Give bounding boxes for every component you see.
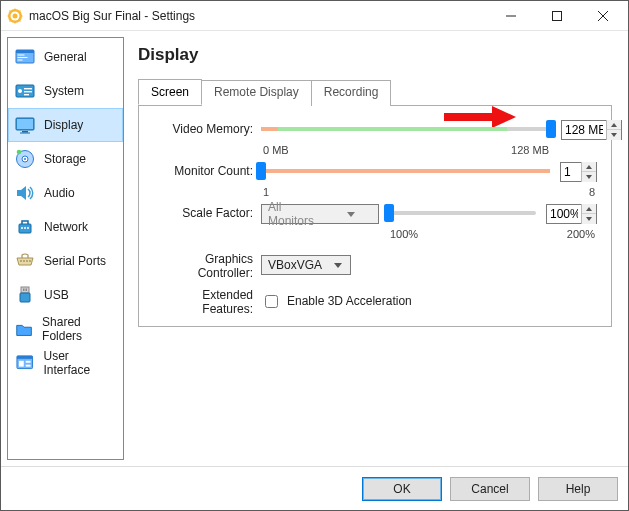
chevron-down-icon	[325, 212, 376, 217]
sidebar-item-usb[interactable]: USB	[8, 278, 123, 312]
sidebar-item-label: Display	[44, 118, 83, 132]
close-button[interactable]	[580, 2, 626, 30]
maximize-button[interactable]	[534, 2, 580, 30]
titlebar: macOS Big Sur Final - Settings	[1, 1, 628, 31]
sidebar-item-serial-ports[interactable]: Serial Ports	[8, 244, 123, 278]
dialog-footer: OK Cancel Help	[1, 466, 628, 510]
svg-rect-18	[18, 57, 28, 58]
svg-rect-26	[17, 119, 33, 129]
app-icon	[7, 8, 23, 24]
sidebar-item-shared-folders[interactable]: Shared Folders	[8, 312, 123, 346]
svg-point-37	[20, 260, 22, 262]
sidebar-item-network[interactable]: Network	[8, 210, 123, 244]
svg-rect-44	[26, 289, 28, 292]
network-icon	[14, 216, 36, 238]
svg-rect-42	[20, 293, 30, 302]
tab-panel-screen: Video Memory:	[138, 105, 612, 327]
sidebar-item-label: Shared Folders	[42, 315, 117, 343]
sidebar-item-audio[interactable]: Audio	[8, 176, 123, 210]
display-icon	[14, 114, 36, 136]
svg-rect-23	[24, 91, 32, 92]
tab-remote-display[interactable]: Remote Display	[201, 80, 312, 106]
svg-rect-24	[24, 94, 29, 95]
graphics-controller-combo[interactable]: VBoxVGA	[261, 255, 351, 275]
scale-factor-min: 100%	[390, 228, 418, 240]
tabs: Screen Remote Display Recording	[138, 79, 612, 105]
svg-point-31	[24, 158, 26, 160]
svg-point-32	[17, 150, 22, 155]
sidebar-item-display[interactable]: Display	[8, 108, 123, 142]
svg-rect-28	[20, 133, 30, 134]
general-icon	[14, 46, 36, 68]
svg-rect-22	[24, 88, 32, 89]
video-memory-max: 128 MB	[511, 144, 549, 156]
monitor-count-value[interactable]	[561, 163, 581, 181]
window-title: macOS Big Sur Final - Settings	[29, 9, 488, 23]
sidebar-item-label: Storage	[44, 152, 86, 166]
spin-down-icon[interactable]	[607, 130, 621, 140]
video-memory-value[interactable]	[562, 121, 606, 139]
svg-point-34	[21, 227, 23, 229]
sidebar-item-label: Audio	[44, 186, 75, 200]
sidebar-item-storage[interactable]: Storage	[8, 142, 123, 176]
video-memory-slider[interactable]	[261, 121, 551, 139]
spin-up-icon[interactable]	[582, 162, 596, 172]
sidebar-item-system[interactable]: System	[8, 74, 123, 108]
main-panel: Display Screen Remote Display Recording …	[124, 37, 622, 460]
svg-point-21	[18, 89, 22, 93]
scale-factor-combo-text: All Monitors	[268, 200, 319, 228]
ok-button[interactable]: OK	[362, 477, 442, 501]
scale-factor-monitor-combo[interactable]: All Monitors	[261, 204, 379, 224]
storage-icon	[14, 148, 36, 170]
video-memory-spinner[interactable]	[561, 120, 622, 140]
settings-sidebar: General System Display Storage Audio Net…	[7, 37, 124, 460]
scale-factor-value[interactable]	[547, 205, 581, 223]
svg-rect-17	[18, 55, 25, 56]
svg-rect-47	[19, 361, 24, 367]
svg-rect-27	[22, 131, 28, 133]
graphics-controller-label: Graphics Controller:	[153, 250, 261, 280]
scale-factor-label: Scale Factor:	[153, 204, 261, 220]
scale-factor-slider[interactable]	[389, 205, 536, 223]
svg-point-40	[29, 260, 31, 262]
serial-ports-icon	[14, 250, 36, 272]
sidebar-item-label: Network	[44, 220, 88, 234]
monitor-count-slider[interactable]	[261, 163, 550, 181]
spin-down-icon[interactable]	[582, 172, 596, 182]
svg-point-38	[23, 260, 25, 262]
tab-screen[interactable]: Screen	[138, 79, 202, 105]
sidebar-item-label: Serial Ports	[44, 254, 106, 268]
enable-3d-checkbox-input[interactable]	[265, 295, 278, 308]
sidebar-item-user-interface[interactable]: User Interface	[8, 346, 123, 380]
graphics-controller-text: VBoxVGA	[268, 258, 322, 272]
enable-3d-acceleration-checkbox[interactable]: Enable 3D Acceleration	[261, 292, 597, 311]
svg-rect-48	[26, 361, 31, 363]
monitor-count-spinner[interactable]	[560, 162, 597, 182]
shared-folders-icon	[14, 318, 34, 340]
scale-factor-max: 200%	[567, 228, 595, 240]
svg-point-35	[24, 227, 26, 229]
sidebar-item-general[interactable]: General	[8, 40, 123, 74]
svg-rect-12	[553, 11, 562, 20]
svg-point-36	[27, 227, 29, 229]
help-button[interactable]: Help	[538, 477, 618, 501]
spin-up-icon[interactable]	[582, 204, 596, 214]
user-interface-icon	[14, 352, 35, 374]
tab-recording[interactable]: Recording	[311, 80, 392, 106]
minimize-button[interactable]	[488, 2, 534, 30]
sidebar-item-label: User Interface	[43, 349, 117, 377]
video-memory-min: 0 MB	[263, 144, 289, 156]
scale-factor-spinner[interactable]	[546, 204, 597, 224]
video-memory-label: Video Memory:	[153, 120, 261, 136]
spin-up-icon[interactable]	[607, 120, 621, 130]
spin-down-icon[interactable]	[582, 214, 596, 224]
sidebar-item-label: General	[44, 50, 87, 64]
extended-features-label: Extended Features:	[153, 286, 261, 316]
monitor-count-label: Monitor Count:	[153, 162, 261, 178]
svg-point-2	[13, 13, 18, 18]
svg-rect-49	[26, 365, 31, 367]
svg-rect-41	[21, 287, 29, 293]
enable-3d-label: Enable 3D Acceleration	[287, 294, 412, 308]
cancel-button[interactable]: Cancel	[450, 477, 530, 501]
svg-rect-19	[18, 60, 23, 61]
